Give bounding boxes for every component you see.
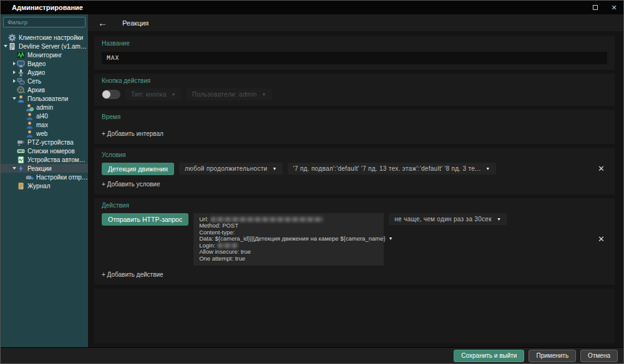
sidebar-item-ptz-devices[interactable]: PTZ-устройства bbox=[1, 138, 88, 146]
action-button-toggle[interactable] bbox=[102, 90, 120, 99]
main-panel: ← Реакция Название Кнопка действия Тип: … bbox=[88, 14, 623, 347]
section-name: Название bbox=[94, 36, 615, 70]
film-reel-icon bbox=[17, 86, 25, 94]
users-icon bbox=[17, 95, 25, 103]
chevron-down-icon: ▼ bbox=[172, 92, 176, 97]
automation-device-icon bbox=[17, 156, 25, 164]
section-actions-label: Действия bbox=[102, 202, 607, 209]
reaction-form: Название Кнопка действия Тип: кнопка ▼ П… bbox=[88, 31, 623, 347]
redacted-login-value bbox=[218, 243, 238, 248]
sidebar-item-user-web[interactable]: web bbox=[1, 129, 88, 138]
add-condition-link[interactable]: + Добавить условие bbox=[102, 181, 160, 188]
sidebar-item-label: Видео bbox=[27, 60, 46, 67]
titlebar: Администрирование ✕ bbox=[1, 1, 623, 14]
remove-action-button[interactable]: ✕ bbox=[595, 234, 607, 244]
expander-icon[interactable] bbox=[11, 97, 17, 100]
license-plate-icon bbox=[17, 147, 25, 155]
cameras-value: '7 пд. подвал':'default' '7 пд. 13 тех. … bbox=[293, 165, 481, 172]
monitoring-icon bbox=[17, 51, 25, 59]
section-actions: Действия Отправить HTTP-запрос Url: Meth… bbox=[94, 198, 615, 285]
chevron-down-icon: ▼ bbox=[262, 92, 266, 97]
sidebar-item-user-max[interactable]: max bbox=[1, 120, 88, 129]
journal-icon bbox=[17, 182, 25, 190]
expander-icon[interactable] bbox=[11, 70, 17, 74]
cancel-button[interactable]: Отмена bbox=[580, 350, 618, 362]
rate-limit-dropdown[interactable]: не чаще, чем один раз за 30сек ▼ bbox=[389, 213, 507, 225]
expander-icon[interactable] bbox=[2, 45, 8, 47]
close-button[interactable]: ✕ bbox=[605, 1, 623, 14]
user-check-icon bbox=[26, 103, 34, 112]
condition-row: Детекция движения любой продолжительност… bbox=[102, 163, 607, 175]
redacted-url-value bbox=[211, 217, 323, 222]
action-type-badge[interactable]: Отправить HTTP-запрос bbox=[102, 213, 188, 226]
sidebar-item-journal[interactable]: Журнал bbox=[1, 181, 88, 190]
sidebar-item-label: Журнал bbox=[27, 183, 51, 189]
user-icon bbox=[26, 121, 34, 129]
expander-icon[interactable] bbox=[11, 79, 17, 83]
apply-button[interactable]: Применить bbox=[529, 350, 576, 362]
sidebar-item-network[interactable]: Сеть bbox=[1, 77, 88, 85]
sidebar-item-label: Устройства автоматизации bbox=[27, 156, 88, 163]
section-conditions-label: Условия bbox=[102, 151, 607, 158]
expander-icon[interactable] bbox=[11, 167, 17, 170]
empty-area bbox=[94, 289, 615, 343]
reaction-name-input[interactable] bbox=[102, 52, 607, 64]
sidebar-item-label: web bbox=[36, 130, 47, 137]
allow-insecure-line: Allow insecure: true bbox=[199, 249, 251, 256]
sidebar-item-user-admin[interactable]: admin bbox=[1, 103, 88, 112]
expander-icon[interactable] bbox=[11, 62, 17, 65]
chevron-down-icon: ▼ bbox=[485, 166, 490, 171]
gear-icon bbox=[8, 34, 16, 42]
user-icon bbox=[26, 130, 34, 138]
sidebar-item-label: Клиентские настройки bbox=[19, 34, 83, 41]
network-icon bbox=[17, 77, 25, 85]
sidebar-item-audio[interactable]: Аудио bbox=[1, 68, 88, 77]
chevron-down-icon: ▼ bbox=[497, 217, 501, 221]
button-users-value: Пользователи: admin bbox=[192, 91, 257, 98]
section-action-button: Кнопка действия Тип: кнопка ▼ Пользовате… bbox=[94, 74, 615, 106]
sidebar-item-plate-lists[interactable]: Списки номеров bbox=[1, 146, 88, 155]
sidebar-item-label: al40 bbox=[36, 113, 48, 120]
duration-dropdown[interactable]: любой продолжительности ▼ bbox=[179, 163, 283, 175]
ptz-camera-icon bbox=[17, 138, 25, 146]
sidebar-item-user-al40[interactable]: al40 bbox=[1, 112, 88, 120]
sidebar-item-reactions[interactable]: Реакции bbox=[1, 164, 88, 173]
user-icon bbox=[26, 112, 34, 120]
sidebar-item-send-settings[interactable]: Настройки отправки bbox=[1, 173, 88, 181]
sidebar-item-users[interactable]: Пользователи bbox=[1, 94, 88, 103]
filter-input[interactable] bbox=[3, 17, 85, 27]
sidebar-item-label: admin bbox=[36, 104, 53, 111]
admin-window: Администрирование ✕ Клиентские настройки… bbox=[0, 0, 624, 364]
back-arrow-icon[interactable]: ← bbox=[98, 18, 107, 27]
page-title: Реакция bbox=[122, 19, 149, 27]
sidebar-item-automation-devices[interactable]: Устройства автоматизации bbox=[1, 155, 88, 164]
cameras-dropdown[interactable]: '7 пд. подвал':'default' '7 пд. 13 тех. … bbox=[288, 163, 496, 175]
sidebar-item-video[interactable]: Видео bbox=[1, 59, 88, 68]
remove-condition-button[interactable]: ✕ bbox=[595, 164, 607, 173]
sidebar-item-archive[interactable]: Архив bbox=[1, 85, 88, 94]
microphone-icon bbox=[17, 69, 25, 77]
action-row: Отправить HTTP-запрос Url: Method: POST … bbox=[102, 213, 607, 266]
duration-value: любой продолжительности bbox=[185, 165, 268, 172]
sidebar-item-label: PTZ-устройства bbox=[27, 139, 74, 146]
sidebar-item-server[interactable]: Devline Server (v1.amumet.ru) bbox=[1, 42, 88, 50]
maximize-button[interactable] bbox=[586, 1, 605, 14]
add-action-link[interactable]: + Добавить действие bbox=[102, 271, 163, 278]
section-name-label: Название bbox=[102, 40, 607, 47]
sidebar-item-monitoring[interactable]: Мониторинг bbox=[1, 50, 88, 59]
settings-tree: Клиентские настройки Devline Server (v1.… bbox=[1, 33, 88, 190]
http-request-details-dropdown[interactable]: Url: Method: POST Content-type: Data: ${… bbox=[193, 213, 384, 266]
sidebar-item-label: Списки номеров bbox=[27, 148, 75, 155]
sidebar-item-label: Настройки отправки bbox=[36, 174, 88, 181]
data-line: Data: ${camera_id}|||Детекция движения н… bbox=[199, 236, 385, 242]
button-type-value: Тип: кнопка bbox=[131, 91, 167, 98]
toggle-thumb-icon bbox=[102, 90, 110, 98]
sidebar-item-client-settings[interactable]: Клиентские настройки bbox=[1, 33, 88, 42]
chevron-down-icon: ▼ bbox=[273, 166, 277, 171]
save-and-exit-button[interactable]: Сохранить и выйти bbox=[454, 350, 524, 362]
add-interval-link[interactable]: + Добавить интервал bbox=[102, 130, 163, 137]
condition-type-badge[interactable]: Детекция движения bbox=[102, 163, 174, 175]
sidebar-item-label: Мониторинг bbox=[27, 52, 62, 59]
method-line: Method: POST bbox=[199, 223, 238, 229]
lightning-icon bbox=[17, 165, 25, 173]
